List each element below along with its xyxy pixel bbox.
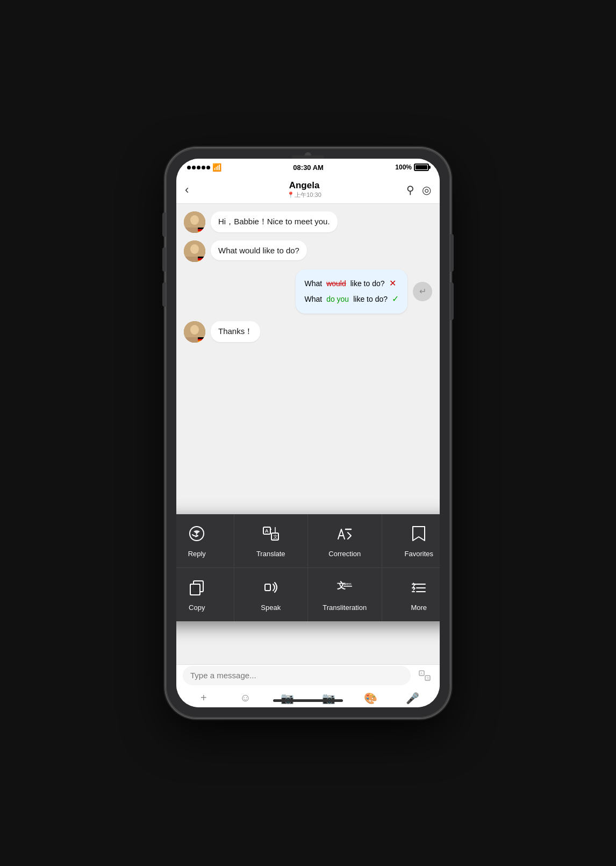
signal-dot-5 [206,166,210,169]
signal-dot-4 [202,166,205,169]
transliteration-icon: 文 wen ́ [336,579,353,598]
message-text-1: Hi，Babbie！Nice to meet you. [218,217,330,226]
wrong-prefix: What [304,277,322,290]
message-row: Hi，Babbie！Nice to meet you. [184,211,432,233]
avatar-inner-1 [184,211,205,233]
mic-button[interactable]: 🎤 [404,690,421,707]
signal-dot-2 [192,166,196,169]
flag-badge-2 [198,257,205,262]
svg-point-9 [190,325,199,335]
check-mark: ✓ [392,292,399,307]
svg-rect-23 [265,584,270,591]
menu-label-correction: Correction [328,550,361,559]
flag-gold-4 [198,340,205,342]
plus-button[interactable]: + [195,690,212,707]
message-input[interactable] [183,666,411,685]
wrong-suffix: like to do? [350,277,385,290]
nav-header: ‹ Angela 📍上午10:30 ⚲ ◎ [176,176,440,204]
message-bubble-1: Hi，Babbie！Nice to meet you. [211,211,338,232]
correction-row-1: What would like to do? ✕ [304,276,399,292]
message-text-4: Thanks！ [218,326,253,336]
scene: 📶 08:30 AM 100% ‹ Angela 📍上午1 [0,0,616,866]
menu-label-copy: Copy [189,604,205,613]
context-menu: Reply A 文 [176,514,440,621]
reply-icon-bubble[interactable]: ↵ [413,282,432,301]
menu-item-more[interactable]: More [382,568,440,621]
flag-badge-4 [198,337,205,343]
avatar-4 [184,321,205,343]
menu-item-correction[interactable]: Correction [308,514,382,568]
menu-item-transliteration[interactable]: 文 wen ́ Translitera­tion [308,568,382,621]
menu-item-reply[interactable]: Reply [176,514,234,568]
svg-point-1 [190,215,199,225]
phone-frame: 📶 08:30 AM 100% ‹ Angela 📍上午1 [166,148,450,718]
phone-screen: 📶 08:30 AM 100% ‹ Angela 📍上午1 [176,159,440,707]
menu-label-reply: Reply [188,550,206,559]
menu-item-translate[interactable]: A 文 Translate [234,514,309,568]
toolbar-row: + ☺ 📷 📷 🎨 🎤 [183,690,433,707]
status-time: 08:30 AM [293,164,324,172]
search-icon[interactable]: ⚲ [406,183,414,196]
svg-text:文: 文 [273,534,278,540]
svg-rect-21 [190,584,200,595]
signal-dot-3 [197,166,200,169]
correction-row-2: What do you like to do? ✓ [304,292,399,307]
menu-label-more: More [411,604,427,613]
chat-title: Angela [289,180,320,191]
menu-label-favorites: Favorites [405,550,433,559]
nav-icons: ⚲ ◎ [406,183,431,196]
message-row-2: What would like to do? [184,240,432,262]
translate-input-icon[interactable]: A 文 [416,667,433,684]
input-row: A 文 [183,666,433,685]
menu-item-favorites[interactable]: Favorites [382,514,440,568]
wifi-icon: 📶 [212,163,221,172]
image-button[interactable]: 📷 [278,690,296,707]
avatar-2 [184,240,205,262]
home-indicator[interactable] [273,699,343,702]
avatar-inner-2 [184,240,205,262]
menu-label-speak: Speak [261,604,281,613]
speak-icon [262,579,280,598]
flag-gold-2 [198,260,205,262]
battery-percent: 100% [395,164,412,171]
message-bubble-4: Thanks！ [211,321,260,342]
menu-item-copy[interactable]: Copy [176,568,234,621]
back-button[interactable]: ‹ [185,183,202,197]
correct-suffix: like to do? [353,293,388,306]
battery-icon [414,164,429,171]
record-icon[interactable]: ◎ [422,183,431,196]
avatar-1 [184,211,205,233]
flag-badge-1 [198,228,205,233]
svg-text:文: 文 [426,676,429,680]
favorites-icon [411,525,426,544]
strikethrough-word: would [326,277,346,290]
menu-item-speak[interactable]: Speak [234,568,309,621]
flag-gold [198,231,205,233]
message-text-2: What would like to do? [218,246,299,255]
signal-dots [187,166,210,169]
svg-text:A: A [265,528,269,534]
status-bar: 📶 08:30 AM 100% [176,159,440,176]
chat-subtitle: 📍上午10:30 [287,191,321,199]
emoji-button[interactable]: ☺ [237,690,254,707]
translate-icon: A 文 [262,525,280,544]
copy-icon [188,579,205,598]
reply-icon [188,525,205,544]
camera-button[interactable]: 📷 [320,690,338,707]
nav-title-area: Angela 📍上午10:30 [202,180,406,199]
svg-point-5 [190,244,199,254]
cross-mark: ✕ [389,276,396,292]
svg-text:wen: wen [343,581,352,586]
menu-grid: Reply A 文 [176,514,440,621]
chat-area: Hi，Babbie！Nice to meet you. [176,204,440,664]
palette-button[interactable]: 🎨 [362,690,379,707]
menu-label-transliteration: Translitera­tion [323,604,367,613]
status-left: 📶 [187,163,221,172]
message-row-4: Thanks！ [184,321,432,343]
battery-fill [416,165,427,169]
signal-dot-1 [187,166,191,169]
correction-bubble: What would like to do? ✕ What do you lik… [296,269,407,314]
avatar-inner-4 [184,321,205,343]
status-right: 100% [395,164,429,171]
correct-prefix: What [304,293,322,306]
